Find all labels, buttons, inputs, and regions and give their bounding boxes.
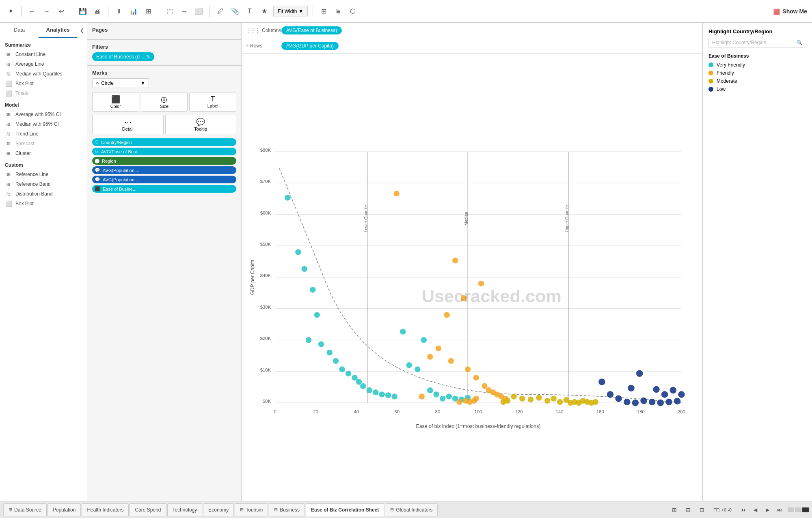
view-toggle-2[interactable] — [795, 507, 801, 512]
rows-pill[interactable]: AVG(GDP per Capita) — [281, 42, 339, 50]
view-toggle-3[interactable] — [802, 507, 809, 512]
undo-icon[interactable]: ↩ — [56, 6, 67, 17]
prev-page-icon[interactable]: ◀ — [749, 504, 761, 516]
table-icon[interactable]: ⊞ — [143, 6, 154, 17]
show-me-button[interactable]: ▦ Show Me — [773, 7, 807, 16]
chevron-down-icon: ▼ — [298, 9, 303, 14]
trend-line-label: Trend Line — [15, 131, 39, 137]
tab-population[interactable]: Population — [48, 503, 81, 516]
mark-pill-avg-population-2[interactable]: 💬 AVG(Population ... — [92, 176, 236, 183]
analytics-item-avg-95ci[interactable]: ≋ Average with 95% CI — [0, 110, 87, 119]
marks-label-button[interactable]: T Label — [189, 92, 236, 112]
mark-pill-avg-population-1[interactable]: 💬 AVG(Population ... — [92, 166, 236, 174]
tab-care-spend[interactable]: Care Spend — [130, 503, 166, 516]
tab-health-indicators[interactable]: Health Indicators — [82, 503, 129, 516]
last-page-icon[interactable]: ⏭ — [774, 504, 785, 516]
marks-color-button[interactable]: ⬛ Color — [92, 92, 139, 112]
svg-point-84 — [463, 398, 469, 404]
bar-chart-icon[interactable]: 📊 — [128, 6, 139, 17]
filters-title: Filters — [92, 44, 236, 50]
view-toggle-1[interactable] — [788, 507, 794, 512]
filter-pill-ease-of-business[interactable]: Ease of Business (cl... ✎ — [92, 52, 154, 61]
pause-icon[interactable]: ⏸ — [113, 6, 125, 17]
analytics-item-median-95ci[interactable]: ≋ Median with 95% CI — [0, 119, 87, 129]
grid-icon[interactable]: ⊞ — [318, 6, 329, 17]
collapse-panel-icon[interactable]: ❮ — [77, 23, 87, 38]
label-icon[interactable]: T — [244, 6, 255, 17]
analytics-item-box-plot-summarize[interactable]: ⬜ Box Plot — [0, 79, 87, 88]
columns-icon: ⋮⋮⋮ — [246, 28, 260, 33]
cluster-label: Cluster — [15, 150, 31, 156]
tab-global-indicators[interactable]: ⊞ Global Indicators — [385, 503, 438, 516]
mark-pill-country-region[interactable]: ⚇ Country/Region — [92, 138, 236, 146]
marks-section: Marks ○ Circle ▼ ⬛ Color ◎ Size T Label — [87, 66, 241, 501]
print-icon[interactable]: 🖨 — [92, 6, 103, 17]
forecast-label: Forecast — [15, 141, 35, 146]
mark-pill-region[interactable]: ⬤ Region — [92, 157, 236, 165]
pages-title: Pages — [92, 27, 236, 33]
save-icon[interactable]: 💾 — [77, 6, 89, 17]
marks-size-button[interactable]: ◎ Size — [141, 92, 188, 112]
monitor-icon[interactable]: 🖥 — [333, 6, 344, 17]
mark-pill-avg-ease[interactable]: ⚇ AVG(Ease of Busi... — [92, 148, 236, 155]
mark-pill-label-4: AVG(Population ... — [103, 168, 139, 173]
analytics-item-trend-line[interactable]: ≋ Trend Line — [0, 129, 87, 139]
back-icon[interactable]: ← — [26, 6, 38, 17]
pan-icon[interactable]: ↔ — [179, 6, 190, 17]
first-page-icon[interactable]: ⏮ — [737, 504, 749, 516]
svg-point-103 — [501, 399, 506, 405]
svg-point-117 — [653, 386, 660, 393]
analytics-item-cluster[interactable]: ≋ Cluster — [0, 148, 87, 158]
mark-pill-label-5: AVG(Population ... — [103, 177, 139, 182]
fit-width-button[interactable]: Fit Width ▼ — [273, 6, 308, 17]
analytics-item-average-line[interactable]: ≋ Average Line — [0, 59, 87, 69]
svg-point-56 — [406, 362, 412, 368]
tab-business[interactable]: ⊞ Business — [269, 503, 305, 516]
marks-button-grid2: ⋯ Detail 💬 Tooltip — [92, 115, 236, 134]
ease-legend-title: Ease of Business — [708, 53, 806, 59]
analytics-item-reference-line[interactable]: ≋ Reference Line — [0, 170, 87, 179]
tab-technology[interactable]: Technology — [167, 503, 203, 516]
svg-point-57 — [415, 366, 420, 372]
svg-point-40 — [314, 312, 320, 318]
marks-tooltip-label: Tooltip — [167, 127, 235, 131]
svg-point-88 — [519, 396, 525, 402]
grid-sheet-icon[interactable]: ⊡ — [696, 504, 708, 516]
constant-line-icon: ≋ — [5, 51, 12, 58]
duplicate-sheet-icon[interactable]: ⊟ — [682, 504, 694, 516]
analytics-item-reference-band[interactable]: ≋ Reference Band — [0, 179, 87, 189]
analytics-item-box-plot-custom[interactable]: ⬜ Box Plot — [0, 199, 87, 208]
tab-ease-biz-correlation[interactable]: Ease of Biz Correlation Sheet — [306, 503, 384, 516]
tab-data-source[interactable]: ⊞ Data Source — [3, 503, 47, 516]
highlight-search-input[interactable]: Highlight Country/Region 🔍 — [708, 38, 806, 47]
columns-pill[interactable]: AVG(Ease of Business) — [281, 26, 342, 34]
tab-economy[interactable]: Economy — [203, 503, 234, 516]
tableau-logo-icon[interactable]: ✦ — [5, 6, 16, 17]
svg-text:40: 40 — [354, 409, 359, 414]
tab-tourism[interactable]: ⊞ Tourism — [235, 503, 268, 516]
filters-section: Filters Ease of Business (cl... ✎ — [87, 40, 241, 66]
tab-analytics[interactable]: Analytics — [39, 23, 77, 38]
svg-point-115 — [628, 385, 635, 392]
mark-pill-ease-business[interactable]: ⬛ Ease of Busine... — [92, 185, 236, 193]
analytics-item-median-quartiles[interactable]: ≋ Median with Quartiles — [0, 69, 87, 79]
tab-data[interactable]: Data — [0, 23, 39, 38]
annotation-icon[interactable]: 📎 — [229, 6, 241, 17]
share-icon[interactable]: ⬡ — [347, 6, 358, 17]
analytics-item-constant-line[interactable]: ≋ Constant Line — [0, 49, 87, 59]
svg-point-42 — [318, 341, 324, 347]
marks-tooltip-button[interactable]: 💬 Tooltip — [165, 115, 237, 134]
marks-detail-button[interactable]: ⋯ Detail — [92, 115, 164, 134]
lasso-icon[interactable]: ⬚ — [164, 6, 175, 17]
next-page-icon[interactable]: ▶ — [762, 504, 773, 516]
forward-icon[interactable]: → — [41, 6, 52, 17]
analytics-item-distribution-band[interactable]: ≋ Distribution Band — [0, 189, 87, 199]
new-sheet-icon[interactable]: ⊞ — [669, 504, 680, 516]
star-icon[interactable]: ★ — [259, 6, 270, 17]
zoom-icon[interactable]: ⬜ — [193, 6, 205, 17]
color-icon[interactable]: 🖊 — [215, 6, 226, 17]
marks-type-dropdown[interactable]: ○ Circle ▼ — [92, 78, 149, 88]
svg-text:60: 60 — [394, 409, 400, 414]
svg-text:$10K: $10K — [260, 368, 271, 372]
svg-point-52 — [379, 391, 384, 397]
